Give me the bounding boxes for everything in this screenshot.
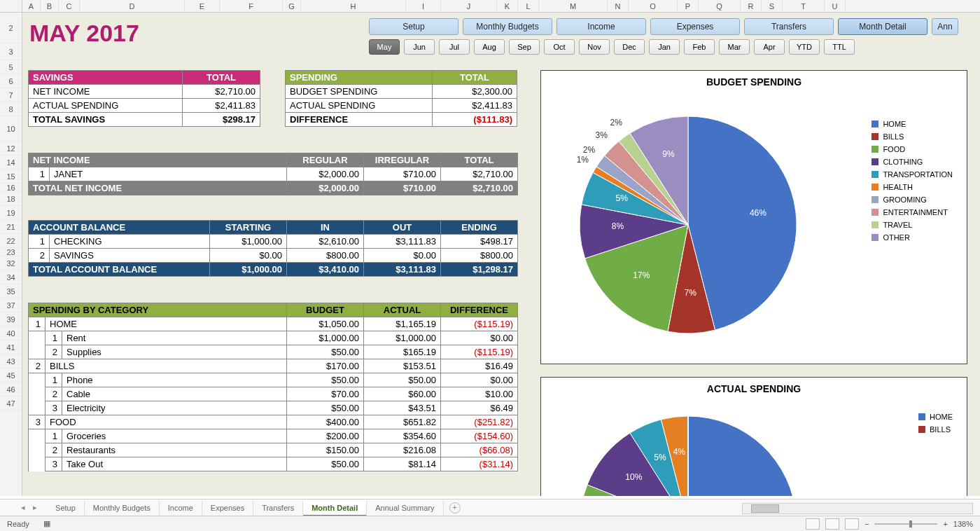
month-feb[interactable]: Feb (684, 39, 715, 55)
column-header-K[interactable]: K (497, 0, 518, 12)
view-pagelayout-button[interactable] (825, 518, 839, 530)
column-header-R[interactable]: R (741, 0, 762, 12)
column-header-T[interactable]: T (783, 0, 825, 12)
budget-spending-chart[interactable]: BUDGET SPENDING 46%7%17%8%5%1%2%3%2%9% H… (540, 70, 967, 364)
row-header-47[interactable]: 47 (0, 396, 22, 411)
select-all-corner[interactable] (0, 0, 22, 12)
nav-buttons: SetupMonthly BudgetsIncomeExpensesTransf… (369, 18, 958, 35)
macro-record-icon[interactable]: ▦ (43, 519, 50, 528)
row-header-32[interactable]: 32 (0, 256, 22, 270)
category-item-row: 3Electricity$50.00$43.51$6.49 (29, 401, 518, 415)
zoom-out-button[interactable]: − (864, 520, 869, 528)
sheet-tab-month-detail[interactable]: Month Detail (303, 501, 367, 516)
column-header-E[interactable]: E (185, 0, 220, 12)
actual-spending-chart[interactable]: ACTUAL SPENDING 48%6%27%10%5%4% HOMEBILL… (540, 377, 967, 496)
legend-item: HOME (872, 120, 953, 128)
column-header-H[interactable]: H (301, 0, 406, 12)
column-header-F[interactable]: F (220, 0, 283, 12)
view-normal-button[interactable] (806, 518, 820, 530)
sheet-tab-expenses[interactable]: Expenses (202, 501, 253, 515)
row-header-15[interactable]: 15 (0, 170, 22, 184)
column-header-U[interactable]: U (825, 0, 846, 12)
column-header-S[interactable]: S (762, 0, 783, 12)
column-headers: ABCDEFGHIJKLMNOPQRSTU (0, 0, 980, 13)
month-sep[interactable]: Sep (509, 39, 540, 55)
column-header-L[interactable]: L (518, 0, 539, 12)
column-header-Q[interactable]: Q (699, 0, 741, 12)
row-header-22[interactable]: 22 (0, 234, 22, 248)
category-item-row: 1Phone$50.00$50.00$0.00 (29, 373, 518, 387)
sheet-tab-income[interactable]: Income (160, 501, 202, 515)
svg-text:7%: 7% (684, 288, 696, 298)
month-jul[interactable]: Jul (439, 39, 470, 55)
horizontal-scrollbar[interactable] (742, 503, 973, 514)
zoom-in-button[interactable]: + (943, 520, 947, 528)
month-oct[interactable]: Oct (544, 39, 575, 55)
tab-nav-arrows[interactable]: ◂ ▸ (21, 503, 40, 512)
row-header-14[interactable]: 14 (0, 156, 22, 170)
row-header-19[interactable]: 19 (0, 206, 22, 220)
month-nov[interactable]: Nov (579, 39, 610, 55)
month-ytd[interactable]: YTD (789, 39, 820, 55)
row-header-10[interactable]: 10 (0, 116, 22, 142)
row-header-23[interactable]: 23 (0, 248, 22, 256)
month-jan[interactable]: Jan (649, 39, 680, 55)
worksheet[interactable]: MAY 2017 SetupMonthly BudgetsIncomeExpen… (22, 13, 980, 496)
month-mar[interactable]: Mar (719, 39, 750, 55)
row-header-5[interactable]: 5 (0, 60, 22, 74)
view-pagebreak-button[interactable] (845, 518, 859, 530)
row-headers: 2356781012141516181921222332343537394041… (0, 13, 22, 496)
column-header-B[interactable]: B (41, 0, 59, 12)
row-header-40[interactable]: 40 (0, 326, 22, 340)
sheet-tab-annual-summary[interactable]: Annual Summary (367, 501, 443, 515)
column-header-D[interactable]: D (80, 0, 185, 12)
nav-setup[interactable]: Setup (369, 18, 458, 35)
nav-monthly-budgets[interactable]: Monthly Budgets (463, 18, 552, 35)
sheet-tab-monthly-budgets[interactable]: Monthly Budgets (85, 501, 160, 515)
row-header-43[interactable]: 43 (0, 354, 22, 368)
nav-expenses[interactable]: Expenses (650, 18, 740, 35)
column-header-G[interactable]: G (283, 0, 301, 12)
column-header-M[interactable]: M (539, 0, 608, 12)
zoom-slider[interactable] (874, 523, 937, 525)
month-apr[interactable]: Apr (754, 39, 785, 55)
row-header-41[interactable]: 41 (0, 340, 22, 354)
sheet-tab-setup[interactable]: Setup (47, 501, 85, 515)
nav-income[interactable]: Income (556, 18, 646, 35)
column-header-O[interactable]: O (629, 0, 678, 12)
month-may[interactable]: May (369, 39, 400, 55)
row-header-45[interactable]: 45 (0, 368, 22, 382)
row-header-3[interactable]: 3 (0, 43, 22, 60)
row-header-18[interactable]: 18 (0, 192, 22, 206)
row-header-46[interactable]: 46 (0, 382, 22, 396)
month-jun[interactable]: Jun (404, 39, 435, 55)
column-header-I[interactable]: I (406, 0, 441, 12)
row-header-21[interactable]: 21 (0, 220, 22, 234)
add-sheet-button[interactable]: + (449, 502, 461, 513)
nav-ann[interactable]: Ann (932, 18, 958, 35)
column-header-J[interactable]: J (441, 0, 497, 12)
column-header-C[interactable]: C (59, 0, 80, 12)
row-header-35[interactable]: 35 (0, 284, 22, 298)
column-header-N[interactable]: N (608, 0, 629, 12)
month-dec[interactable]: Dec (614, 39, 645, 55)
legend-item: BILLS (918, 425, 953, 434)
sheet-tab-transfers[interactable]: Transfers (253, 501, 303, 515)
row-header-8[interactable]: 8 (0, 102, 22, 116)
column-header-P[interactable]: P (678, 0, 699, 12)
row-header-7[interactable]: 7 (0, 88, 22, 102)
month-buttons: MayJunJulAugSepOctNovDecJanFebMarAprYTDT… (369, 39, 855, 55)
row-header-34[interactable]: 34 (0, 270, 22, 284)
row-header-37[interactable]: 37 (0, 298, 22, 312)
column-header-A[interactable]: A (22, 0, 41, 12)
nav-transfers[interactable]: Transfers (744, 18, 834, 35)
nav-month-detail[interactable]: Month Detail (838, 18, 927, 35)
month-ttl[interactable]: TTL (824, 39, 855, 55)
zoom-level[interactable]: 138% (953, 520, 973, 528)
row-header-2[interactable]: 2 (0, 13, 22, 43)
row-header-12[interactable]: 12 (0, 142, 22, 156)
month-aug[interactable]: Aug (474, 39, 505, 55)
row-header-39[interactable]: 39 (0, 312, 22, 326)
row-header-16[interactable]: 16 (0, 184, 22, 192)
row-header-6[interactable]: 6 (0, 74, 22, 88)
